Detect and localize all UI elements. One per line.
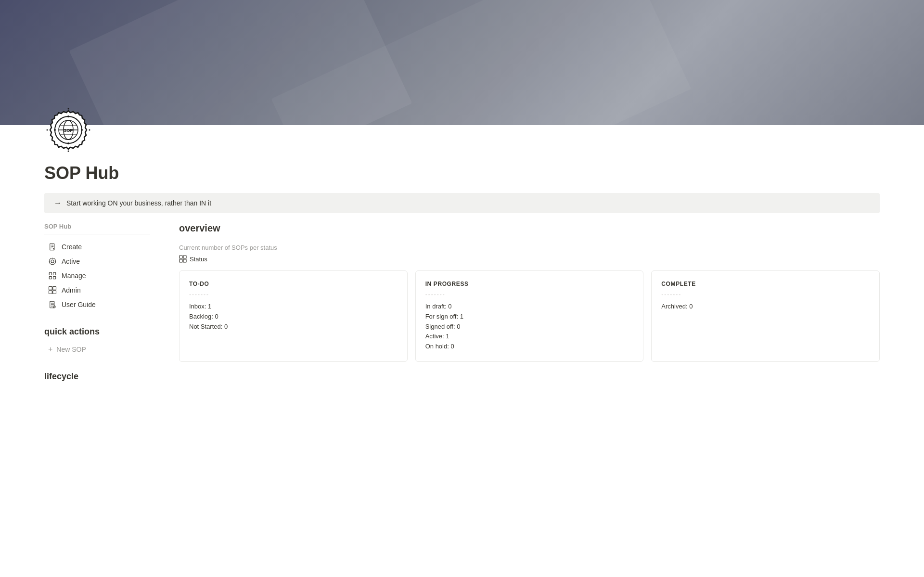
new-sop-button[interactable]: + New SOP [44,343,150,356]
card-title-in-progress: IN PROGRESS [425,281,634,287]
card-row-active: Active: 1 [425,332,634,342]
sidebar-item-manage[interactable]: Manage [44,269,150,282]
card-divider-todo: ------- [189,291,398,298]
card-row-backlog: Backlog: 0 [189,312,398,322]
new-sop-label: New SOP [56,346,86,353]
status-card-todo: TO-DO ------- Inbox: 1 Backlog: 0 Not St… [179,270,408,362]
status-cards: TO-DO ------- Inbox: 1 Backlog: 0 Not St… [179,270,880,362]
sidebar-nav: Create Active Manage Ad [44,240,150,311]
lifecycle-title: lifecycle [44,372,150,382]
content-area: overview Current number of SOPs per stat… [179,223,880,382]
svg-point-39 [54,306,54,307]
sidebar-item-create-label: Create [62,243,82,251]
sidebar-item-user-guide-label: User Guide [62,301,96,308]
sidebar-item-admin[interactable]: Admin [44,283,150,297]
svg-rect-40 [180,256,182,258]
svg-rect-30 [53,287,56,290]
card-row-inbox: Inbox: 1 [189,302,398,312]
svg-point-19 [49,258,56,265]
svg-point-20 [51,260,54,263]
status-card-in-progress: IN PROGRESS ------- In draft: 0 For sign… [415,270,644,362]
card-row-for-sign-off: For sign off: 1 [425,312,634,322]
tagline-arrow-icon: → [54,199,62,207]
status-grid-icon [179,255,187,263]
svg-text:SOP: SOP [64,128,73,133]
card-divider-complete: ------- [661,291,870,298]
plus-icon: + [48,345,52,354]
card-title-complete: COMPLETE [661,281,870,287]
svg-point-6 [67,115,69,117]
svg-rect-27 [49,277,51,279]
status-label: Status [179,255,880,263]
card-row-on-hold: On hold: 0 [425,342,634,352]
tagline-text: Start working ON your business, rather t… [66,199,211,207]
main-layout: SOP Hub Create Active Ma [0,223,924,382]
create-icon [48,243,57,251]
sidebar-item-admin-label: Admin [62,286,81,294]
svg-point-10 [68,108,69,110]
active-icon [48,257,57,266]
svg-point-11 [68,151,69,152]
svg-point-12 [47,129,48,131]
overview-title: overview [179,223,880,238]
card-row-archived: Archived: 0 [661,302,870,312]
logo-area: SOP [0,96,924,155]
svg-rect-28 [53,277,56,279]
page-title: SOP Hub [0,155,924,183]
tagline-bar: → Start working ON your business, rather… [44,193,880,213]
sidebar-item-create[interactable]: Create [44,240,150,254]
card-row-in-draft: In draft: 0 [425,302,634,312]
svg-rect-41 [183,256,186,258]
svg-rect-25 [49,272,51,275]
svg-rect-26 [53,272,56,275]
svg-rect-43 [183,259,186,262]
svg-rect-31 [49,291,52,294]
sidebar-title: SOP Hub [44,223,150,234]
svg-rect-32 [53,291,56,294]
status-label-text: Status [190,256,207,263]
status-card-complete: COMPLETE ------- Archived: 0 [651,270,880,362]
sidebar-item-manage-label: Manage [62,272,86,280]
user-guide-icon [48,300,57,309]
svg-point-9 [81,129,83,131]
svg-rect-42 [180,259,182,262]
card-divider-in-progress: ------- [425,291,634,298]
card-row-not-started: Not Started: 0 [189,322,398,332]
sidebar-item-active[interactable]: Active [44,255,150,268]
card-title-todo: TO-DO [189,281,398,287]
sop-logo-icon: SOP [44,106,92,154]
overview-subtitle: Current number of SOPs per status [179,244,880,251]
svg-point-8 [54,129,56,131]
svg-rect-29 [49,287,52,290]
sidebar-item-user-guide[interactable]: User Guide [44,298,150,311]
manage-icon [48,271,57,280]
sidebar: SOP Hub Create Active Ma [44,223,150,382]
quick-actions-title: quick actions [44,327,150,337]
svg-point-7 [67,142,69,144]
svg-point-13 [89,129,90,131]
card-row-signed-off: Signed off: 0 [425,322,634,332]
admin-icon [48,286,57,295]
sidebar-item-active-label: Active [62,257,80,265]
